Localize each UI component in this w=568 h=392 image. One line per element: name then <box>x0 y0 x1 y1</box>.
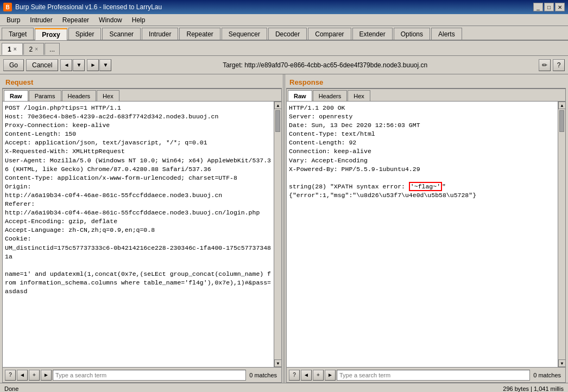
status-right: 296 bytes | 1,041 millis <box>503 385 564 392</box>
response-search-bar: ? ◄ + ► 0 matches <box>287 367 565 382</box>
title-bar: B Burp Suite Professional v1.6 - license… <box>0 0 568 14</box>
tab-comparer[interactable]: Comparer <box>308 28 351 40</box>
maximize-button[interactable]: □ <box>544 3 554 11</box>
title-bar-controls[interactable]: _ □ ✕ <box>533 3 565 11</box>
response-content[interactable]: HTTP/1.1 200 OK Server: openresty Date: … <box>287 102 558 367</box>
panels-container: Request Raw Params Headers Hex POST /log… <box>0 74 568 383</box>
toolbar: Go Cancel ◄ ▼ ► ▼ Target: http://e89afd7… <box>0 56 568 74</box>
response-search-help[interactable]: ? <box>289 370 300 381</box>
request-search-next-btn[interactable]: + <box>29 370 40 381</box>
tab-proxy[interactable]: Proxy <box>35 28 67 40</box>
response-tabs: Raw Headers Hex <box>287 89 565 102</box>
response-search-prev[interactable]: ◄ <box>301 370 312 381</box>
request-search-next2[interactable]: ► <box>41 370 52 381</box>
response-panel: Response Raw Headers Hex HTTP/1.1 200 OK… <box>286 77 566 383</box>
tab-spider[interactable]: Spider <box>68 28 102 40</box>
repeater-tab-bar: 1 × 2 × ... <box>0 41 568 56</box>
request-tab-hex[interactable]: Hex <box>97 90 119 101</box>
request-search-help[interactable]: ? <box>5 370 16 381</box>
repeater-tab-add-label: ... <box>49 46 55 53</box>
nav-prev-button[interactable]: ◄ <box>60 59 72 71</box>
app-icon: B <box>3 3 12 11</box>
response-tab-headers[interactable]: Headers <box>313 90 348 101</box>
response-scroll-up[interactable]: ▲ <box>558 102 565 109</box>
request-scroll-down[interactable]: ▼ <box>274 359 281 367</box>
repeater-tab-1-close[interactable]: × <box>14 46 17 52</box>
request-tab-raw[interactable]: Raw <box>4 90 28 101</box>
status-left: Done <box>4 385 18 392</box>
response-search-next2[interactable]: ► <box>325 370 336 381</box>
request-tab-params[interactable]: Params <box>29 90 61 101</box>
tab-decoder[interactable]: Decoder <box>268 28 307 40</box>
request-tabs: Raw Params Headers Hex <box>3 89 281 102</box>
repeater-tab-add[interactable]: ... <box>45 43 60 55</box>
menu-window[interactable]: Window <box>94 15 127 25</box>
target-display: Target: http://e89afd70-e866-4cbb-ac65-6… <box>113 61 537 69</box>
response-search-next-btn[interactable]: + <box>313 370 324 381</box>
tab-extender[interactable]: Extender <box>352 28 393 40</box>
menu-burp[interactable]: Burp <box>2 15 24 25</box>
app-title: Burp Suite Professional v1.6 - licensed … <box>15 3 162 11</box>
response-search-input[interactable] <box>337 370 530 381</box>
menu-intruder[interactable]: Intruder <box>26 15 56 25</box>
repeater-tab-1-label: 1 <box>8 46 11 53</box>
request-search-matches: 0 matches <box>247 372 279 378</box>
request-scrollbar[interactable]: ▲ ▼ <box>274 102 281 367</box>
repeater-tab-2[interactable]: 2 × <box>23 43 45 55</box>
response-scroll-down[interactable]: ▼ <box>558 359 565 367</box>
target-prefix: Target: <box>223 61 244 69</box>
tab-target[interactable]: Target <box>2 28 34 40</box>
close-button[interactable]: ✕ <box>555 3 565 11</box>
help-button[interactable]: ? <box>553 59 565 71</box>
minimize-button[interactable]: _ <box>533 3 543 11</box>
target-url: http://e89afd70-e866-4cbb-ac65-6dee4f379… <box>244 61 427 69</box>
title-bar-left: B Burp Suite Professional v1.6 - license… <box>3 3 162 11</box>
go-button[interactable]: Go <box>3 59 24 71</box>
repeater-tab-1[interactable]: 1 × <box>2 43 23 55</box>
nav-next-group: ► ▼ <box>87 59 111 71</box>
nav-next-dropdown-button[interactable]: ▼ <box>99 59 111 71</box>
request-tab-headers[interactable]: Headers <box>62 90 97 101</box>
tab-options[interactable]: Options <box>394 28 430 40</box>
response-search-matches: 0 matches <box>531 372 563 378</box>
response-scroll-thumb[interactable] <box>559 110 564 132</box>
tab-repeater[interactable]: Repeater <box>179 28 220 40</box>
nav-prev-dropdown-button[interactable]: ▼ <box>73 59 85 71</box>
cancel-button[interactable]: Cancel <box>26 59 58 71</box>
tab-intruder[interactable]: Intruder <box>142 28 178 40</box>
menu-bar: Burp Intruder Repeater Window Help <box>0 14 568 26</box>
nav-next-button[interactable]: ► <box>87 59 99 71</box>
menu-help[interactable]: Help <box>128 15 150 25</box>
menu-repeater[interactable]: Repeater <box>58 15 93 25</box>
response-scrollbar[interactable]: ▲ ▼ <box>558 102 565 367</box>
tab-sequencer[interactable]: Sequencer <box>222 28 267 40</box>
repeater-tab-2-label: 2 <box>29 46 33 53</box>
response-tab-raw[interactable]: Raw <box>288 90 312 101</box>
request-scroll-up[interactable]: ▲ <box>274 102 281 109</box>
request-scroll-thumb[interactable] <box>275 110 280 132</box>
nav-prev-group: ◄ ▼ <box>60 59 85 71</box>
request-search-prev[interactable]: ◄ <box>17 370 28 381</box>
tab-alerts[interactable]: Alerts <box>431 28 462 40</box>
repeater-tab-2-close[interactable]: × <box>35 46 38 52</box>
main-tab-bar: Target Proxy Spider Scanner Intruder Rep… <box>0 26 568 41</box>
request-content[interactable]: POST /login.php?tips=1 HTTP/1.1 Host: 70… <box>3 102 274 367</box>
panel-divider[interactable] <box>283 74 285 383</box>
edit-target-button[interactable]: ✏ <box>539 59 551 71</box>
request-header: Request <box>2 77 282 88</box>
request-panel: Request Raw Params Headers Hex POST /log… <box>2 77 282 383</box>
tab-scanner[interactable]: Scanner <box>102 28 141 40</box>
response-header: Response <box>286 77 566 88</box>
response-tab-hex[interactable]: Hex <box>348 90 370 101</box>
request-search-bar: ? ◄ + ► 0 matches <box>3 367 281 382</box>
request-search-input[interactable] <box>53 370 246 381</box>
status-bar: Done 296 bytes | 1,041 millis <box>0 383 568 392</box>
